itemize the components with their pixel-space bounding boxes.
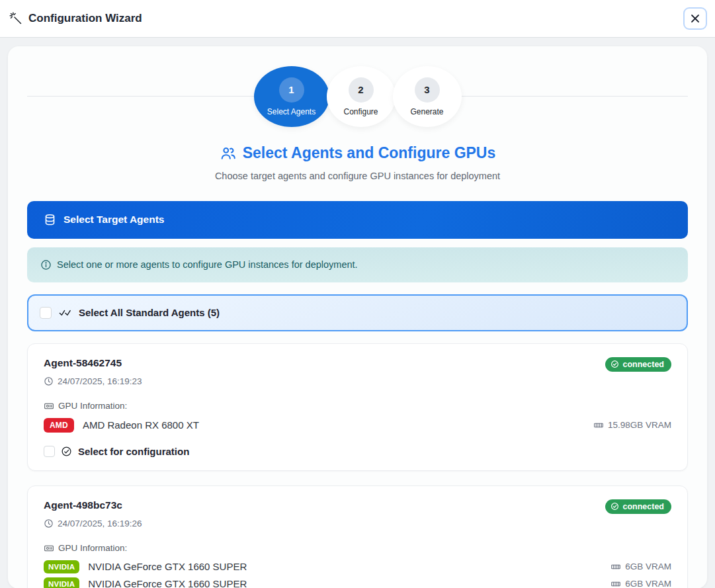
step-label: Configure xyxy=(343,107,378,116)
gpu-row: NVIDIA NVIDIA GeForce GTX 1660 SUPER 6GB… xyxy=(44,577,671,588)
agent-timestamp: 24/07/2025, 16:19:23 xyxy=(44,376,671,386)
status-badge-text: connected xyxy=(622,360,664,369)
step-generate[interactable]: 3 Generate xyxy=(393,66,462,127)
step-label: Generate xyxy=(410,107,443,116)
check-circle-icon xyxy=(61,446,72,457)
gpu-information-label: GPU Information: xyxy=(44,543,671,554)
agent-timestamp: 24/07/2025, 16:19:26 xyxy=(44,519,671,528)
agent-timestamp-text: 24/07/2025, 16:19:26 xyxy=(58,519,142,528)
gpu-vendor-badge: NVIDIA xyxy=(44,577,79,588)
gpu-model: NVIDIA GeForce GTX 1660 SUPER xyxy=(88,561,247,572)
select-all-label: Select All Standard Agents (5) xyxy=(79,307,220,318)
gpu-vendor-badge: NVIDIA xyxy=(44,560,79,573)
database-icon xyxy=(44,214,56,226)
ram-icon xyxy=(610,562,621,572)
clock-icon xyxy=(44,519,54,528)
agent-name: Agent-498bc73c xyxy=(44,499,122,511)
gpu-model: AMD Radeon RX 6800 XT xyxy=(83,419,199,431)
select-agent-checkbox[interactable] xyxy=(44,446,55,457)
step-number: 3 xyxy=(415,77,440,103)
clock-icon xyxy=(44,376,54,386)
info-icon xyxy=(40,259,52,271)
gpu-vram: 6GB VRAM xyxy=(610,579,671,588)
status-badge: connected xyxy=(605,357,671,372)
gpu-vram: 15.98GB VRAM xyxy=(593,420,671,431)
gpu-information-text: GPU Information: xyxy=(58,401,127,411)
step-configure[interactable]: 2 Configure xyxy=(327,66,396,127)
gpu-information-label: GPU Information: xyxy=(44,401,671,411)
select-for-configuration-row[interactable]: Select for configuration xyxy=(44,446,671,457)
wizard-body-card: 1 Select Agents 2 Configure 3 Generate S… xyxy=(8,46,707,588)
select-all-agents-bar[interactable]: Select All Standard Agents (5) xyxy=(27,294,688,331)
gpu-vram-text: 6GB VRAM xyxy=(625,562,671,571)
select-for-configuration-label: Select for configuration xyxy=(78,446,189,457)
dialog-title: Configuration Wizard xyxy=(9,12,142,25)
step-label: Select Agents xyxy=(267,107,315,116)
gpu-vram-text: 15.98GB VRAM xyxy=(608,420,671,430)
gpu-row: AMD AMD Radeon RX 6800 XT 15.98GB VRAM xyxy=(44,418,671,433)
step-number: 2 xyxy=(349,77,374,103)
agent-card: Agent-58462745 connected 24/07/2025, 16:… xyxy=(27,343,688,471)
ram-icon xyxy=(593,420,604,431)
gpu-row: NVIDIA NVIDIA GeForce GTX 1660 SUPER 6GB… xyxy=(44,560,671,573)
status-badge: connected xyxy=(605,499,671,514)
select-all-checkbox[interactable] xyxy=(40,307,52,319)
gpu-model: NVIDIA GeForce GTX 1660 SUPER xyxy=(88,578,247,588)
page-subtitle: Choose target agents and configure GPU i… xyxy=(8,171,707,181)
double-check-icon xyxy=(59,308,71,317)
gpu-icon xyxy=(44,401,54,411)
ram-icon xyxy=(610,579,621,588)
gpu-vram-text: 6GB VRAM xyxy=(625,579,671,588)
dialog-title-text: Configuration Wizard xyxy=(28,12,142,25)
step-number: 1 xyxy=(279,77,304,103)
panel-header-text: Select Target Agents xyxy=(63,214,164,226)
stepper: 1 Select Agents 2 Configure 3 Generate xyxy=(8,46,707,127)
wand-icon xyxy=(9,12,22,25)
dialog-header: Configuration Wizard xyxy=(0,0,715,38)
step-select-agents[interactable]: 1 Select Agents xyxy=(254,66,329,127)
gpu-information-text: GPU Information: xyxy=(58,543,127,553)
gpu-vram: 6GB VRAM xyxy=(610,562,671,572)
people-icon xyxy=(220,145,237,162)
agent-card: Agent-498bc73c connected 24/07/2025, 16:… xyxy=(27,485,688,588)
agent-timestamp-text: 24/07/2025, 16:19:23 xyxy=(58,376,142,386)
agent-name: Agent-58462745 xyxy=(44,357,122,369)
page-title-text: Select Agents and Configure GPUs xyxy=(243,144,496,162)
check-circle-icon xyxy=(610,360,619,368)
close-icon xyxy=(690,13,700,24)
gpu-icon xyxy=(44,543,54,554)
page-title: Select Agents and Configure GPUs xyxy=(220,144,496,162)
close-button[interactable] xyxy=(683,7,707,30)
gpu-vendor-badge: AMD xyxy=(44,418,74,433)
panel-header-select-target-agents: Select Target Agents xyxy=(27,201,688,239)
info-alert-text: Select one or more agents to configure G… xyxy=(57,259,358,270)
check-circle-icon xyxy=(610,502,619,511)
status-badge-text: connected xyxy=(622,502,664,511)
info-alert: Select one or more agents to configure G… xyxy=(27,247,688,282)
